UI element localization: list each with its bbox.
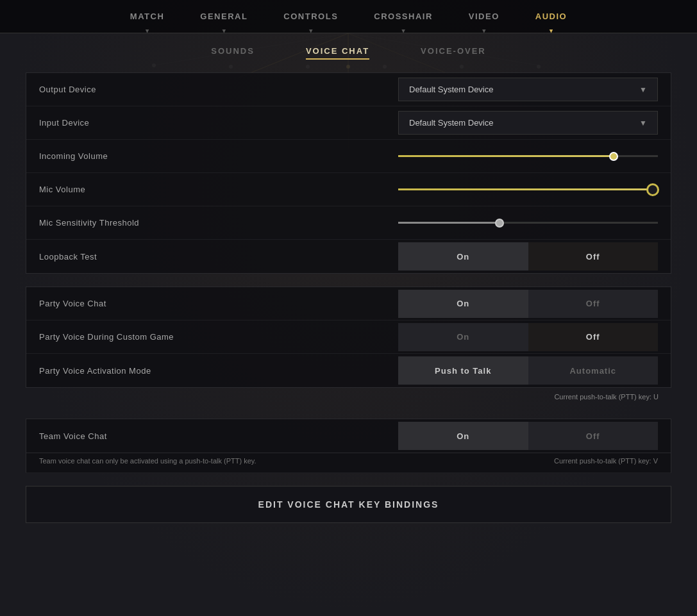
nav-audio[interactable]: AUDIO [517,0,585,33]
team-voice-chat-control: On Off [398,422,658,450]
nav-general[interactable]: GENERAL [182,0,265,33]
nav-crosshair[interactable]: CROSSHAIR [356,0,451,33]
output-device-arrow: ▼ [639,85,647,94]
section-gap-2 [26,406,671,419]
input-device-control: Default System Device ▼ [398,111,658,135]
mic-sensitivity-label: Mic Sensitivity Threshold [39,218,398,228]
mic-sensitivity-thumb[interactable] [495,219,504,228]
mic-sensitivity-fill [398,222,500,224]
team-voice-toggle-group: On Off [398,422,658,450]
loopback-toggle-group: On Off [398,242,658,271]
incoming-volume-row: Incoming Volume [26,140,671,173]
loopback-test-label: Loopback Test [39,252,398,262]
party-voice-custom-off-btn[interactable]: Off [528,323,659,351]
mic-volume-thumb[interactable] [646,183,659,196]
output-device-label: Output Device [39,85,398,94]
team-voice-chat-label: Team Voice Chat [39,431,398,441]
output-device-control: Default System Device ▼ [398,78,658,101]
mic-volume-row: Mic Volume [26,173,671,206]
output-device-dropdown[interactable]: Default System Device ▼ [398,78,658,101]
party-voice-chat-control: On Off [398,290,658,318]
edit-voice-chat-btn[interactable]: EDIT VOICE CHAT KEY BINDINGS [26,486,671,523]
sub-nav-area: SOUNDS VOICE CHAT VOICE-OVER [0,33,697,72]
loopback-off-btn[interactable]: Off [528,242,659,271]
party-voice-mode-label: Party Voice Activation Mode [39,366,398,376]
party-voice-custom-label: Party Voice During Custom Game [39,332,398,342]
party-voice-mode-control: Push to Talk Automatic [398,356,658,385]
mic-volume-track [398,188,658,190]
subnav-voice-chat[interactable]: VOICE CHAT [306,46,369,60]
mic-sensitivity-slider[interactable] [398,217,658,229]
loopback-on-btn[interactable]: On [398,242,528,271]
mic-volume-control [398,183,658,196]
party-voice-panel: Party Voice Chat On Off Party Voice Duri… [26,287,671,388]
mic-volume-label: Mic Volume [39,185,398,194]
incoming-volume-thumb[interactable] [609,152,618,161]
party-voice-toggle-group: On Off [398,290,658,318]
top-nav: MATCH GENERAL CONTROLS CROSSHAIR VIDEO A… [0,0,697,33]
party-voice-custom-on-btn[interactable]: On [398,323,528,351]
party-voice-ptt-btn[interactable]: Push to Talk [398,356,528,385]
mic-volume-fill [398,188,653,190]
party-voice-custom-control: On Off [398,323,658,351]
incoming-volume-fill [398,155,614,157]
party-voice-custom-toggle: On Off [398,323,658,351]
party-voice-off-btn[interactable]: Off [528,290,659,318]
mic-sensitivity-track [398,222,658,224]
mic-sensitivity-control [398,217,658,229]
subnav-sounds[interactable]: SOUNDS [211,46,255,60]
nav-video[interactable]: VIDEO [451,0,517,33]
party-voice-mode-row: Party Voice Activation Mode Push to Talk… [26,354,671,387]
nav-controls[interactable]: CONTROLS [265,0,356,33]
party-voice-custom-row: Party Voice During Custom Game On Off [26,320,671,354]
device-settings-panel: Output Device Default System Device ▼ In… [26,72,671,274]
input-device-dropdown[interactable]: Default System Device ▼ [398,111,658,135]
team-voice-chat-row: Team Voice Chat On Off [26,419,671,453]
party-ptt-note: Current push-to-talk (PTT) key: U [26,388,671,406]
party-voice-chat-label: Party Voice Chat [39,299,398,308]
main-content: Output Device Default System Device ▼ In… [0,72,697,523]
input-device-label: Input Device [39,118,398,128]
mic-sensitivity-row: Mic Sensitivity Threshold [26,206,671,240]
output-device-row: Output Device Default System Device ▼ [26,73,671,106]
incoming-volume-slider[interactable] [398,150,658,163]
loopback-test-control: On Off [398,242,658,271]
loopback-test-row: Loopback Test On Off [26,240,671,273]
team-voice-panel: Team Voice Chat On Off [26,419,671,453]
sub-nav: SOUNDS VOICE CHAT VOICE-OVER [0,33,697,72]
team-voice-off-btn[interactable]: Off [528,422,659,450]
team-voice-note-row: Team voice chat can only be activated us… [26,453,671,473]
input-device-row: Input Device Default System Device ▼ [26,106,671,140]
party-voice-mode-toggle: Push to Talk Automatic [398,356,658,385]
subnav-voice-over[interactable]: VOICE-OVER [421,46,486,60]
party-voice-auto-btn[interactable]: Automatic [528,356,659,385]
team-voice-on-btn[interactable]: On [398,422,528,450]
nav-match[interactable]: MATCH [112,0,182,33]
incoming-volume-track [398,155,658,157]
section-gap-1 [26,274,671,287]
incoming-volume-control [398,150,658,163]
party-voice-on-btn[interactable]: On [398,290,528,318]
party-voice-chat-row: Party Voice Chat On Off [26,287,671,320]
mic-volume-slider[interactable] [398,183,658,196]
incoming-volume-label: Incoming Volume [39,151,398,161]
input-device-arrow: ▼ [639,119,647,128]
